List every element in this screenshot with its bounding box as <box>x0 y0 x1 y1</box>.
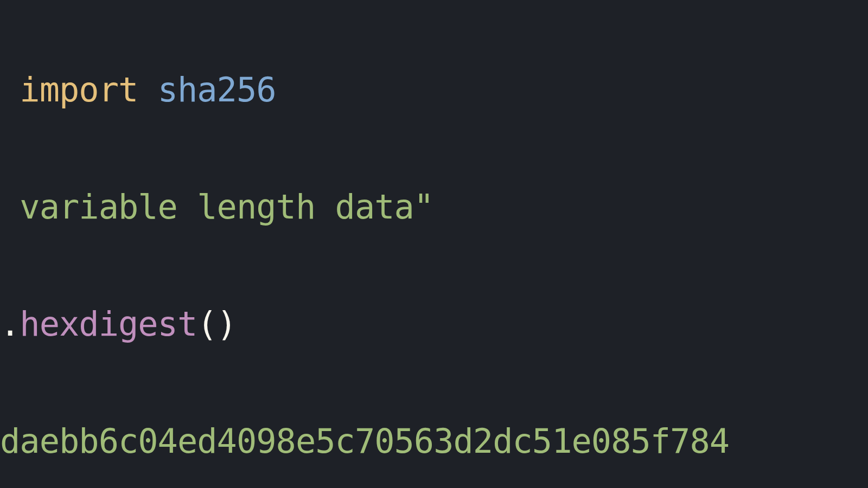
import-keyword: import <box>20 70 138 110</box>
space <box>138 70 157 110</box>
indent <box>0 70 20 110</box>
code-line: variable length data" <box>0 178 868 236</box>
dot-operator: . <box>0 304 20 344</box>
code-line: import sha256 <box>0 61 868 119</box>
code-line: daebb6c04ed4098e5c70563d2dc51e085f784 <box>0 412 868 471</box>
indent <box>0 187 20 227</box>
module-name: sha256 <box>158 70 276 110</box>
string-literal: variable length data" <box>20 187 433 227</box>
code-line: .hexdigest() <box>0 295 868 354</box>
code-editor[interactable]: import sha256 variable length data" .hex… <box>0 0 868 488</box>
method-name: hexdigest <box>20 304 197 344</box>
parentheses: () <box>197 304 237 344</box>
hash-output: daebb6c04ed4098e5c70563d2dc51e085f784 <box>0 421 729 461</box>
